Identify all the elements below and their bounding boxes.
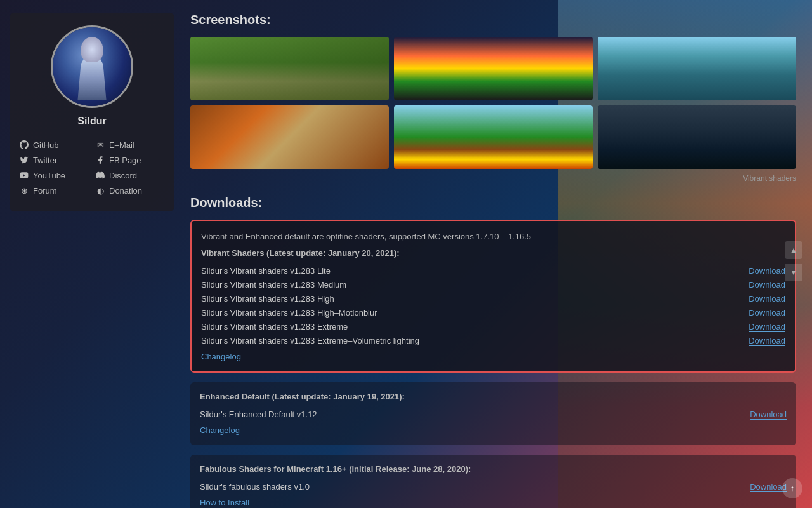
username: Sildur bbox=[77, 116, 106, 127]
download-row: Sildur's Enhanced Default v1.12 Download bbox=[200, 408, 787, 422]
discord-label: Discord bbox=[109, 171, 137, 180]
social-links: GitHub ✉ E–Mail Twitter FB Page bbox=[19, 140, 165, 196]
vibrant-extreme-name: Sildur's Vibrant shaders v1.283 Extreme bbox=[201, 322, 348, 331]
screenshots-grid bbox=[190, 37, 796, 169]
vibrant-shaders-section: Vibrant and Enhanced default are optifin… bbox=[190, 220, 796, 373]
github-label: GitHub bbox=[33, 140, 58, 150]
enhanced-changelog[interactable]: Changelog bbox=[200, 425, 240, 435]
arrow-up-icon: ▲ bbox=[790, 246, 797, 255]
twitter-label: Twitter bbox=[33, 156, 57, 165]
nav-arrow-down[interactable]: ▼ bbox=[785, 264, 802, 281]
download-row: Sildur's Vibrant shaders v1.283 Extreme … bbox=[201, 320, 785, 334]
donation-icon: ◐ bbox=[95, 185, 105, 196]
vibrant-subtitle: Vibrant Shaders (Latest update: January … bbox=[201, 248, 785, 258]
fabulous-section: Fabulous Shaders for Minecraft 1.16+ (In… bbox=[190, 455, 796, 509]
vibrant-changelog[interactable]: Changelog bbox=[201, 352, 241, 361]
download-row: Sildur's fabulous shaders v1.0 Download bbox=[200, 480, 787, 494]
discord-icon bbox=[95, 170, 105, 180]
fb-link[interactable]: FB Page bbox=[95, 155, 165, 165]
avatar-wrapper bbox=[51, 25, 133, 108]
vibrant-lite-download[interactable]: Download bbox=[749, 266, 785, 276]
youtube-label: YouTube bbox=[33, 171, 65, 180]
arrow-down-icon: ▼ bbox=[790, 268, 797, 277]
fabulous-name: Sildur's fabulous shaders v1.0 bbox=[200, 482, 310, 491]
email-icon: ✉ bbox=[95, 140, 105, 150]
forum-link[interactable]: ⊕ Forum bbox=[19, 185, 89, 196]
vibrant-highmotion-download[interactable]: Download bbox=[749, 308, 785, 318]
scroll-top-icon: ↑ bbox=[790, 483, 795, 493]
fabulous-subtitle: Fabulous Shaders for Minecraft 1.16+ (In… bbox=[200, 464, 787, 474]
page-layout: Sildur GitHub ✉ E–Mail Twitter bbox=[0, 0, 812, 508]
youtube-link[interactable]: YouTube bbox=[19, 170, 89, 180]
scroll-to-top-button[interactable]: ↑ bbox=[782, 478, 802, 498]
screenshot-blocks[interactable] bbox=[394, 105, 593, 169]
download-row: Sildur's Vibrant shaders v1.283 Medium D… bbox=[201, 278, 785, 292]
donation-link[interactable]: ◐ Donation bbox=[95, 185, 165, 196]
vibrant-medium-name: Sildur's Vibrant shaders v1.283 Medium bbox=[201, 280, 346, 290]
download-row: Sildur's Vibrant shaders v1.283 High Dow… bbox=[201, 292, 785, 306]
donation-label: Donation bbox=[109, 186, 142, 196]
nav-arrow-up[interactable]: ▲ bbox=[785, 241, 802, 259]
discord-link[interactable]: Discord bbox=[95, 170, 165, 180]
github-icon bbox=[19, 140, 29, 150]
youtube-icon bbox=[19, 170, 29, 180]
enhanced-subtitle: Enhanced Default (Latest update: January… bbox=[200, 392, 787, 401]
vibrant-lite-name: Sildur's Vibrant shaders v1.283 Lite bbox=[201, 266, 331, 276]
main-content: Screenshots: Vibrant shaders Downloads: … bbox=[184, 0, 812, 508]
enhanced-default-section: Enhanced Default (Latest update: January… bbox=[190, 382, 796, 445]
avatar bbox=[53, 27, 131, 106]
fabulous-howtoinstall[interactable]: How to Install bbox=[200, 498, 249, 507]
vibrant-label: Vibrant shaders bbox=[190, 174, 796, 183]
vibrant-high-name: Sildur's Vibrant shaders v1.283 High bbox=[201, 294, 334, 304]
fabulous-download[interactable]: Download bbox=[750, 482, 787, 492]
github-link[interactable]: GitHub bbox=[19, 140, 89, 150]
downloads-title: Downloads: bbox=[190, 196, 796, 210]
download-row: Sildur's Vibrant shaders v1.283 Extreme–… bbox=[201, 334, 785, 348]
vibrant-extremevol-download[interactable]: Download bbox=[749, 336, 785, 346]
vibrant-medium-download[interactable]: Download bbox=[749, 280, 785, 290]
twitter-icon bbox=[19, 155, 29, 165]
sidebar-card: Sildur GitHub ✉ E–Mail Twitter bbox=[10, 13, 174, 211]
screenshot-interior[interactable] bbox=[190, 105, 389, 169]
email-label: E–Mail bbox=[109, 140, 134, 150]
screenshot-water[interactable] bbox=[598, 37, 796, 100]
vibrant-highmotion-name: Sildur's Vibrant shaders v1.283 High–Mot… bbox=[201, 308, 377, 318]
download-row: Sildur's Vibrant shaders v1.283 Lite Dow… bbox=[201, 264, 785, 278]
download-row: Sildur's Vibrant shaders v1.283 High–Mot… bbox=[201, 306, 785, 320]
email-link[interactable]: ✉ E–Mail bbox=[95, 140, 165, 150]
screenshot-dark-water[interactable] bbox=[598, 105, 796, 169]
fb-label: FB Page bbox=[109, 156, 141, 165]
screenshot-sunset[interactable] bbox=[394, 37, 593, 100]
sidebar: Sildur GitHub ✉ E–Mail Twitter bbox=[0, 0, 184, 508]
vibrant-extremevol-name: Sildur's Vibrant shaders v1.283 Extreme–… bbox=[201, 336, 419, 345]
enhanced-name: Sildur's Enhanced Default v1.12 bbox=[200, 410, 317, 419]
twitter-link[interactable]: Twitter bbox=[19, 155, 89, 165]
fb-icon bbox=[95, 155, 105, 165]
enhanced-download[interactable]: Download bbox=[750, 410, 787, 420]
screenshot-forest[interactable] bbox=[190, 37, 389, 100]
forum-label: Forum bbox=[33, 186, 57, 196]
forum-icon: ⊕ bbox=[19, 185, 29, 196]
screenshots-title: Screenshots: bbox=[190, 13, 796, 27]
vibrant-extreme-download[interactable]: Download bbox=[749, 322, 785, 332]
vibrant-info-text: Vibrant and Enhanced default are optifin… bbox=[201, 231, 785, 243]
vibrant-high-download[interactable]: Download bbox=[749, 294, 785, 304]
